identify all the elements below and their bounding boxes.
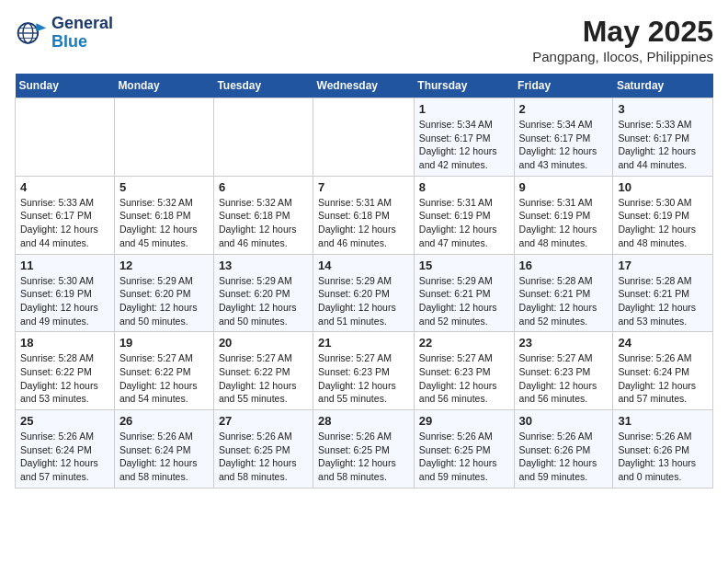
day-info: Sunrise: 5:26 AM Sunset: 6:24 PM Dayligh…: [618, 351, 708, 406]
header-row: SundayMondayTuesdayWednesdayThursdayFrid…: [16, 74, 713, 98]
day-info: Sunrise: 5:26 AM Sunset: 6:24 PM Dayligh…: [20, 430, 109, 484]
title-area: May 2025 Pangpang, Ilocos, Philippines: [532, 15, 713, 64]
calendar-cell: 6Sunrise: 5:32 AM Sunset: 6:18 PM Daylig…: [213, 176, 313, 254]
logo: General Blue: [15, 15, 113, 52]
day-info: Sunrise: 5:26 AM Sunset: 6:25 PM Dayligh…: [219, 430, 308, 484]
day-number: 23: [519, 336, 609, 350]
day-info: Sunrise: 5:29 AM Sunset: 6:20 PM Dayligh…: [318, 274, 409, 328]
day-number: 11: [20, 259, 109, 272]
day-info: Sunrise: 5:33 AM Sunset: 6:17 PM Dayligh…: [20, 196, 109, 250]
day-number: 30: [519, 414, 609, 428]
day-number: 7: [318, 180, 409, 194]
day-info: Sunrise: 5:33 AM Sunset: 6:17 PM Dayligh…: [618, 118, 708, 172]
calendar-cell: 28Sunrise: 5:26 AM Sunset: 6:25 PM Dayli…: [313, 410, 415, 488]
day-info: Sunrise: 5:32 AM Sunset: 6:18 PM Dayligh…: [119, 196, 209, 250]
col-header-friday: Friday: [514, 74, 613, 98]
calendar-cell: 19Sunrise: 5:27 AM Sunset: 6:22 PM Dayli…: [114, 332, 213, 410]
calendar-cell: [114, 98, 213, 177]
day-info: Sunrise: 5:28 AM Sunset: 6:21 PM Dayligh…: [519, 274, 609, 328]
day-info: Sunrise: 5:26 AM Sunset: 6:25 PM Dayligh…: [318, 430, 409, 484]
calendar-cell: 2Sunrise: 5:34 AM Sunset: 6:17 PM Daylig…: [514, 98, 613, 177]
day-info: Sunrise: 5:26 AM Sunset: 6:26 PM Dayligh…: [618, 430, 708, 484]
day-info: Sunrise: 5:30 AM Sunset: 6:19 PM Dayligh…: [618, 196, 708, 250]
calendar-cell: 9Sunrise: 5:31 AM Sunset: 6:19 PM Daylig…: [514, 176, 613, 254]
week-row-1: 1Sunrise: 5:34 AM Sunset: 6:17 PM Daylig…: [16, 98, 713, 177]
calendar-cell: 13Sunrise: 5:29 AM Sunset: 6:20 PM Dayli…: [213, 254, 313, 332]
day-info: Sunrise: 5:28 AM Sunset: 6:22 PM Dayligh…: [20, 351, 109, 406]
day-info: Sunrise: 5:30 AM Sunset: 6:19 PM Dayligh…: [20, 274, 109, 328]
day-info: Sunrise: 5:31 AM Sunset: 6:18 PM Dayligh…: [318, 196, 409, 250]
day-info: Sunrise: 5:28 AM Sunset: 6:21 PM Dayligh…: [618, 274, 708, 328]
week-row-3: 11Sunrise: 5:30 AM Sunset: 6:19 PM Dayli…: [16, 254, 713, 332]
day-number: 13: [219, 259, 308, 272]
day-number: 2: [519, 102, 609, 116]
calendar-cell: [213, 98, 313, 177]
day-number: 24: [618, 336, 708, 350]
calendar-cell: 11Sunrise: 5:30 AM Sunset: 6:19 PM Dayli…: [16, 254, 115, 332]
calendar-cell: 23Sunrise: 5:27 AM Sunset: 6:23 PM Dayli…: [514, 332, 613, 410]
day-number: 31: [618, 414, 708, 428]
col-header-monday: Monday: [114, 74, 213, 98]
calendar-cell: [313, 98, 415, 177]
calendar-cell: 10Sunrise: 5:30 AM Sunset: 6:19 PM Dayli…: [613, 176, 713, 254]
day-number: 29: [419, 414, 509, 428]
calendar-cell: 14Sunrise: 5:29 AM Sunset: 6:20 PM Dayli…: [313, 254, 415, 332]
calendar-cell: 12Sunrise: 5:29 AM Sunset: 6:20 PM Dayli…: [114, 254, 213, 332]
calendar-cell: 24Sunrise: 5:26 AM Sunset: 6:24 PM Dayli…: [613, 332, 713, 410]
day-info: Sunrise: 5:27 AM Sunset: 6:22 PM Dayligh…: [119, 351, 209, 406]
day-number: 10: [618, 180, 708, 194]
col-header-thursday: Thursday: [414, 74, 514, 98]
calendar-cell: 30Sunrise: 5:26 AM Sunset: 6:26 PM Dayli…: [514, 410, 613, 488]
day-number: 27: [219, 414, 308, 428]
calendar-cell: 20Sunrise: 5:27 AM Sunset: 6:22 PM Dayli…: [213, 332, 313, 410]
day-info: Sunrise: 5:27 AM Sunset: 6:23 PM Dayligh…: [419, 351, 509, 406]
day-number: 1: [419, 102, 509, 116]
calendar-cell: 1Sunrise: 5:34 AM Sunset: 6:17 PM Daylig…: [414, 98, 514, 177]
calendar-cell: 31Sunrise: 5:26 AM Sunset: 6:26 PM Dayli…: [613, 410, 713, 488]
day-number: 15: [419, 259, 509, 272]
calendar-cell: 25Sunrise: 5:26 AM Sunset: 6:24 PM Dayli…: [16, 410, 115, 488]
day-info: Sunrise: 5:29 AM Sunset: 6:20 PM Dayligh…: [219, 274, 308, 328]
calendar-cell: 16Sunrise: 5:28 AM Sunset: 6:21 PM Dayli…: [514, 254, 613, 332]
calendar-cell: 21Sunrise: 5:27 AM Sunset: 6:23 PM Dayli…: [313, 332, 415, 410]
day-info: Sunrise: 5:34 AM Sunset: 6:17 PM Dayligh…: [519, 118, 609, 172]
day-info: Sunrise: 5:31 AM Sunset: 6:19 PM Dayligh…: [519, 196, 609, 250]
col-header-saturday: Saturday: [613, 74, 713, 98]
col-header-wednesday: Wednesday: [313, 74, 415, 98]
week-row-2: 4Sunrise: 5:33 AM Sunset: 6:17 PM Daylig…: [16, 176, 713, 254]
day-number: 28: [318, 414, 409, 428]
calendar-cell: [16, 98, 115, 177]
day-number: 17: [618, 259, 708, 272]
day-number: 25: [20, 414, 109, 428]
day-number: 9: [519, 180, 609, 194]
calendar-cell: 27Sunrise: 5:26 AM Sunset: 6:25 PM Dayli…: [213, 410, 313, 488]
week-row-5: 25Sunrise: 5:26 AM Sunset: 6:24 PM Dayli…: [16, 410, 713, 488]
day-info: Sunrise: 5:27 AM Sunset: 6:23 PM Dayligh…: [318, 351, 409, 406]
day-info: Sunrise: 5:27 AM Sunset: 6:23 PM Dayligh…: [519, 351, 609, 406]
day-info: Sunrise: 5:26 AM Sunset: 6:24 PM Dayligh…: [119, 430, 209, 484]
calendar-cell: 5Sunrise: 5:32 AM Sunset: 6:18 PM Daylig…: [114, 176, 213, 254]
calendar-cell: 17Sunrise: 5:28 AM Sunset: 6:21 PM Dayli…: [613, 254, 713, 332]
day-number: 4: [20, 180, 109, 194]
calendar-cell: 29Sunrise: 5:26 AM Sunset: 6:25 PM Dayli…: [414, 410, 514, 488]
calendar-cell: 8Sunrise: 5:31 AM Sunset: 6:19 PM Daylig…: [414, 176, 514, 254]
day-info: Sunrise: 5:27 AM Sunset: 6:22 PM Dayligh…: [219, 351, 308, 406]
calendar-cell: 7Sunrise: 5:31 AM Sunset: 6:18 PM Daylig…: [313, 176, 415, 254]
day-number: 19: [119, 336, 209, 350]
logo-line1: General: [51, 15, 113, 33]
location-subtitle: Pangpang, Ilocos, Philippines: [532, 49, 713, 64]
logo-line2: Blue: [51, 33, 113, 52]
day-number: 3: [618, 102, 708, 116]
day-number: 26: [119, 414, 209, 428]
calendar-table: SundayMondayTuesdayWednesdayThursdayFrid…: [15, 74, 713, 488]
day-number: 16: [519, 259, 609, 272]
month-title: May 2025: [532, 15, 713, 49]
col-header-tuesday: Tuesday: [213, 74, 313, 98]
day-number: 8: [419, 180, 509, 194]
calendar-cell: 4Sunrise: 5:33 AM Sunset: 6:17 PM Daylig…: [16, 176, 115, 254]
day-info: Sunrise: 5:26 AM Sunset: 6:26 PM Dayligh…: [519, 430, 609, 484]
day-number: 20: [219, 336, 308, 350]
day-number: 6: [219, 180, 308, 194]
day-info: Sunrise: 5:26 AM Sunset: 6:25 PM Dayligh…: [419, 430, 509, 484]
day-info: Sunrise: 5:29 AM Sunset: 6:21 PM Dayligh…: [419, 274, 509, 328]
